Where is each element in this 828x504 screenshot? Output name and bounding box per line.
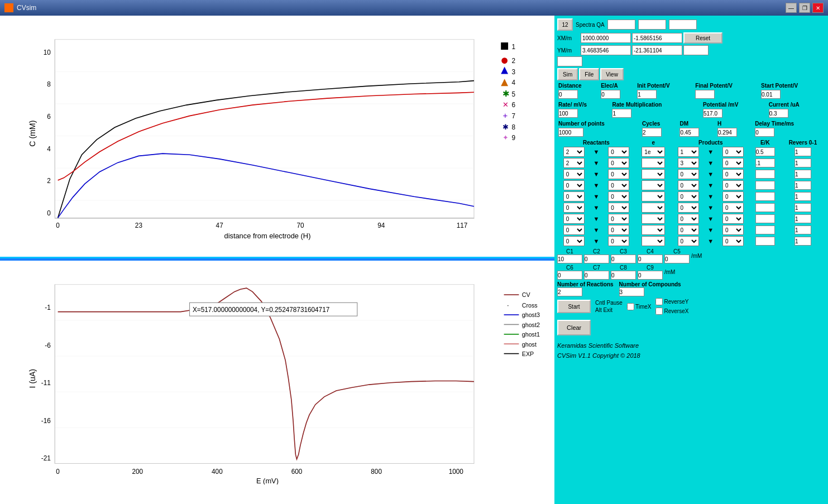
view-menu[interactable]: View — [600, 68, 624, 80]
r4-rev-input[interactable] — [795, 181, 811, 190]
r6-rev-input[interactable] — [795, 203, 811, 212]
xm-input1[interactable] — [581, 33, 631, 43]
r4-p2-select[interactable]: 0 — [722, 180, 744, 190]
r3-r1-select[interactable]: 0 — [563, 169, 585, 179]
r9-r1-select[interactable]: 0 — [563, 236, 585, 246]
num-compounds-input[interactable] — [619, 287, 644, 296]
r4-r2-select[interactable]: 0 — [608, 180, 629, 190]
clear-button[interactable]: Clear — [557, 320, 591, 335]
r8-r1-select[interactable]: 0 — [563, 225, 585, 235]
r8-ek-input[interactable] — [755, 225, 775, 234]
r3-e-select[interactable] — [642, 169, 665, 179]
r4-ek-input[interactable] — [755, 181, 775, 190]
r6-p1-select[interactable]: 0 — [678, 203, 699, 213]
num-reactions-input[interactable] — [557, 287, 582, 296]
r2-p1-select[interactable]: 301 — [678, 158, 699, 168]
ym-input1[interactable] — [581, 45, 631, 55]
r1-ek-input[interactable] — [755, 147, 775, 156]
r6-r2-select[interactable]: 0 — [608, 203, 629, 213]
r2-p2-select[interactable]: 01 — [722, 158, 744, 168]
c8-input[interactable] — [611, 271, 636, 280]
r7-p1-select[interactable]: 0 — [678, 214, 699, 224]
r7-r2-select[interactable]: 0 — [608, 214, 629, 224]
r3-p1-select[interactable]: 0 — [678, 169, 699, 179]
r5-r1-select[interactable]: 0 — [563, 191, 585, 201]
r6-p2-select[interactable]: 0 — [722, 203, 744, 213]
r2-r2-select[interactable]: 01 — [608, 158, 629, 168]
reverse-x-checkbox[interactable] — [655, 308, 663, 315]
r2-e-select[interactable]: 1e — [642, 158, 665, 168]
c1-input[interactable] — [557, 255, 582, 263]
xm-input2[interactable] — [632, 33, 682, 43]
ym-input2[interactable] — [632, 45, 682, 55]
r1-p2-select[interactable]: 012 — [722, 147, 744, 157]
r6-r1-select[interactable]: 0 — [563, 203, 585, 213]
r2-rev-input[interactable] — [795, 159, 811, 167]
init-pot-input[interactable] — [637, 90, 657, 99]
r9-rev-input[interactable] — [795, 237, 811, 246]
r9-p2-select[interactable]: 0 — [722, 236, 744, 246]
r3-rev-input[interactable] — [795, 170, 811, 179]
spectra-qa-input[interactable] — [607, 20, 635, 30]
h-input[interactable] — [717, 128, 737, 137]
r9-e-select[interactable] — [642, 236, 665, 246]
r6-ek-input[interactable] — [755, 203, 775, 212]
extra-input-2[interactable] — [669, 20, 697, 30]
r2-r1-select[interactable]: 201 — [563, 158, 585, 168]
r8-p1-select[interactable]: 0 — [678, 225, 699, 235]
r9-p1-select[interactable]: 0 — [678, 236, 699, 246]
close-button[interactable]: ✕ — [812, 3, 824, 13]
r8-p2-select[interactable]: 0 — [722, 225, 744, 235]
reverse-y-checkbox[interactable] — [655, 298, 663, 305]
r4-e-select[interactable] — [642, 180, 665, 190]
r6-e-select[interactable] — [642, 203, 665, 213]
r5-ek-input[interactable] — [755, 192, 775, 201]
c6-input[interactable] — [557, 271, 582, 280]
r4-r1-select[interactable]: 0 — [563, 180, 585, 190]
num-12-button[interactable]: 12 — [557, 18, 573, 31]
start-pot-input[interactable] — [761, 90, 781, 99]
rate-input[interactable] — [558, 109, 578, 118]
r1-r2-select[interactable]: 012 — [608, 147, 629, 157]
dm-input[interactable] — [679, 128, 699, 137]
r5-r2-select[interactable]: 0 — [608, 191, 629, 201]
cycles-input[interactable] — [642, 128, 662, 137]
r8-rev-input[interactable] — [795, 225, 811, 234]
r1-p1-select[interactable]: 1023 — [678, 147, 699, 157]
ym-extra1[interactable] — [683, 45, 709, 55]
r1-e-select[interactable]: 1e02e — [642, 147, 665, 157]
r7-e-select[interactable] — [642, 214, 665, 224]
start-button[interactable]: Start — [557, 300, 591, 313]
potential-input[interactable] — [703, 109, 722, 118]
ym-extra2[interactable] — [557, 56, 582, 66]
rate-mult-input[interactable] — [612, 109, 631, 118]
c2-input[interactable] — [584, 255, 609, 263]
r3-r2-select[interactable]: 0 — [608, 169, 629, 179]
r2-ek-input[interactable] — [755, 159, 775, 167]
final-pot-input[interactable] — [695, 90, 715, 99]
r7-ek-input[interactable] — [755, 214, 775, 223]
r3-p2-select[interactable]: 0 — [722, 169, 744, 179]
r5-p1-select[interactable]: 0 — [678, 191, 699, 201]
r5-e-select[interactable] — [642, 191, 665, 201]
c7-input[interactable] — [584, 271, 609, 280]
r1-rev-input[interactable] — [795, 147, 811, 156]
delay-input[interactable] — [755, 128, 774, 137]
distance-input[interactable] — [558, 90, 578, 99]
r7-r1-select[interactable]: 0 — [563, 214, 585, 224]
c5-input[interactable] — [664, 255, 690, 263]
r7-p2-select[interactable]: 0 — [722, 214, 744, 224]
restore-button[interactable]: ❐ — [799, 3, 810, 13]
reset-button[interactable]: Reset — [683, 32, 722, 44]
r9-r2-select[interactable]: 0 — [608, 236, 629, 246]
r5-rev-input[interactable] — [795, 192, 811, 201]
r4-p1-select[interactable]: 0 — [678, 180, 699, 190]
r7-rev-input[interactable] — [795, 214, 811, 223]
c4-input[interactable] — [638, 255, 663, 263]
timex-checkbox[interactable] — [627, 303, 634, 310]
r5-p2-select[interactable]: 0 — [722, 191, 744, 201]
extra-input-1[interactable] — [638, 20, 666, 30]
r8-e-select[interactable] — [642, 225, 665, 235]
r1-r1-select[interactable]: 2013 — [563, 147, 585, 157]
file-menu[interactable]: File — [579, 68, 599, 80]
